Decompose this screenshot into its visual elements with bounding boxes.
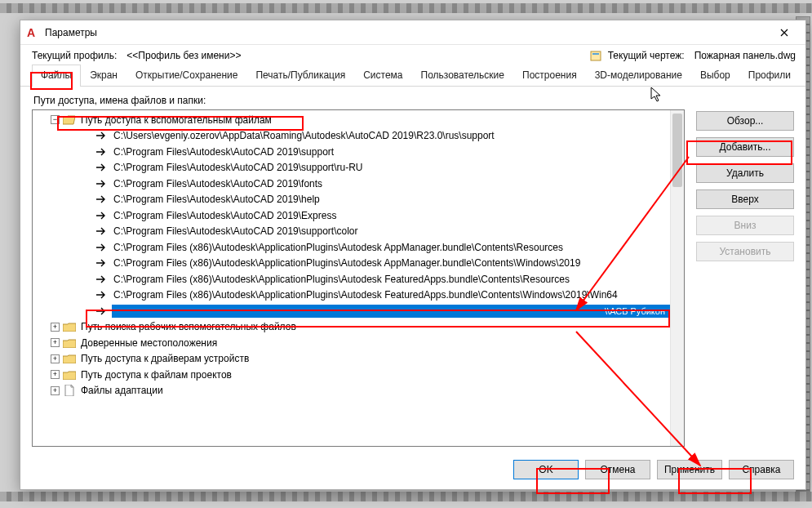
- folder-icon: [63, 337, 76, 349]
- folder-icon: [63, 369, 76, 381]
- tree-path-label: C:\Program Files\Autodesk\AutoCAD 2019\f…: [112, 177, 324, 190]
- tree-path-item[interactable]: C:\Program Files (x86)\Autodesk\Applicat…: [33, 271, 670, 287]
- tree-folder-label: Путь доступа к драйверам устройств: [79, 352, 251, 365]
- tree-path-label: C:\Program Files\Autodesk\AutoCAD 2019\s…: [112, 225, 359, 238]
- tree-path-label: C:\Program Files (x86)\Autodesk\Applicat…: [112, 273, 571, 286]
- arrow-icon: [95, 210, 109, 221]
- expand-icon[interactable]: +: [51, 338, 60, 347]
- tree-root-support-path[interactable]: − Путь доступа к вспомогательным файлам: [33, 112, 670, 128]
- tree-path-label: C:\Program Files (x86)\Autodesk\Applicat…: [112, 241, 565, 254]
- tree-path-label: C:\Program Files\Autodesk\AutoCAD 2019\s…: [112, 161, 364, 174]
- folder-open-icon: [63, 114, 76, 126]
- tree-path-item[interactable]: C:\Program Files (x86)\Autodesk\Applicat…: [33, 256, 670, 272]
- tree-folder-label: Путь доступа к файлам проектов: [79, 368, 233, 381]
- tree-scrollbar[interactable]: [670, 110, 684, 446]
- tree-path-item[interactable]: C:\Program Files\Autodesk\AutoCAD 2019\E…: [33, 207, 670, 224]
- tree-path-item[interactable]: C:\Program Files\Autodesk\AutoCAD 2019\s…: [33, 144, 670, 160]
- collapse-icon[interactable]: −: [51, 115, 60, 124]
- tab-3d[interactable]: 3D-моделирование: [586, 65, 691, 86]
- tree-folder-item[interactable]: + Путь доступа к драйверам устройств: [33, 351, 670, 368]
- expand-icon[interactable]: +: [51, 323, 60, 332]
- delete-button[interactable]: Удалить: [696, 163, 794, 183]
- drawing-label: Текущий чертеж:: [608, 50, 685, 61]
- window-title: Параметры: [45, 27, 768, 38]
- app-icon: A: [27, 26, 40, 39]
- document-icon: [63, 385, 76, 396]
- arrow-icon: [95, 146, 109, 158]
- tree-view[interactable]: − Путь доступа к вспомогательным файлам …: [32, 109, 685, 447]
- arrow-icon: [95, 178, 109, 189]
- svg-rect-0: [591, 51, 601, 60]
- tree-path-label: C:\Program Files\Autodesk\AutoCAD 2019\s…: [112, 145, 335, 158]
- help-button[interactable]: Справка: [729, 460, 794, 479]
- arrow-icon: [95, 162, 109, 173]
- profile-label: Текущий профиль:: [32, 50, 117, 61]
- tree-path-item[interactable]: C:\Program Files\Autodesk\AutoCAD 2019\s…: [33, 224, 670, 240]
- tab-files[interactable]: Файлы: [32, 65, 81, 86]
- tree-path-label: C:\Program Files\Autodesk\AutoCAD 2019\h…: [112, 193, 322, 206]
- profile-value: <<Профиль без имени>>: [126, 50, 241, 61]
- expand-icon[interactable]: +: [51, 386, 60, 395]
- tab-open-save[interactable]: Открытие/Сохранение: [126, 65, 246, 86]
- tab-profiles[interactable]: Профили: [739, 65, 800, 86]
- up-button[interactable]: Вверх: [696, 189, 794, 209]
- scrollbar-thumb[interactable]: [672, 114, 682, 187]
- tab-selection[interactable]: Выбор: [691, 65, 739, 86]
- dwg-icon: [590, 50, 601, 61]
- tree-path-item[interactable]: C:\Program Files\Autodesk\AutoCAD 2019\s…: [33, 160, 670, 176]
- arrow-icon: [95, 305, 109, 317]
- tree-folder-label: Путь поиска рабочих вспомогательных файл…: [79, 320, 298, 333]
- arrow-icon: [95, 289, 109, 301]
- set-button[interactable]: Установить: [696, 242, 794, 261]
- side-buttons: Обзор... Добавить... Удалить Вверх Вниз …: [696, 109, 794, 447]
- cursor-icon: [650, 87, 663, 105]
- options-dialog: A Параметры Текущий профиль: <<Профиль б…: [20, 20, 806, 490]
- selected-path-text: \\АСБ Рубикон: [112, 305, 670, 318]
- tabs: Файлы Экран Открытие/Сохранение Печать/П…: [20, 65, 805, 87]
- arrow-icon: [95, 225, 109, 237]
- arrow-icon: [95, 274, 109, 285]
- tree-folder-item[interactable]: + Путь поиска рабочих вспомогательных фа…: [33, 319, 670, 336]
- tree-path-label: C:\Users\evgeniy.ozerov\AppData\Roaming\…: [112, 129, 496, 142]
- tree-path-label: C:\Program Files\Autodesk\AutoCAD 2019\E…: [112, 209, 338, 222]
- tab-display[interactable]: Экран: [81, 65, 126, 86]
- close-icon: [780, 29, 788, 37]
- folder-icon: [63, 321, 76, 332]
- apply-button[interactable]: Применить: [657, 460, 722, 479]
- tab-system[interactable]: Система: [354, 65, 411, 86]
- section-label: Пути доступа, имена файлов и папки:: [20, 87, 805, 109]
- tab-user[interactable]: Пользовательские: [412, 65, 514, 86]
- tab-plot[interactable]: Печать/Публикация: [246, 65, 354, 86]
- arrow-icon: [95, 242, 109, 253]
- drawing-value: Пожарная панель.dwg: [694, 50, 796, 61]
- tree-path-item[interactable]: C:\Program Files\Autodesk\AutoCAD 2019\f…: [33, 176, 670, 192]
- tree-path-item[interactable]: C:\Program Files (x86)\Autodesk\Applicat…: [33, 239, 670, 256]
- cancel-button[interactable]: Отмена: [585, 460, 650, 479]
- tree-path-selected[interactable]: \\АСБ Рубикон: [33, 303, 670, 319]
- folder-icon: [63, 353, 76, 364]
- titlebar: A Параметры: [20, 20, 805, 45]
- tree-folder-label: Доверенные местоположения: [79, 336, 219, 350]
- header-row: Текущий профиль: <<Профиль без имени>> Т…: [20, 45, 805, 65]
- svg-rect-1: [592, 53, 599, 55]
- down-button[interactable]: Вниз: [696, 216, 794, 235]
- arrow-icon: [95, 194, 109, 205]
- tree-folder-label: Файлы адаптации: [79, 384, 165, 397]
- expand-icon[interactable]: +: [51, 370, 60, 379]
- ok-button[interactable]: OK: [513, 460, 579, 479]
- tree-folder-item[interactable]: + Доверенные местоположения: [33, 335, 670, 351]
- browse-button[interactable]: Обзор...: [696, 111, 794, 131]
- arrow-icon: [95, 257, 109, 269]
- tree-path-label: C:\Program Files (x86)\Autodesk\Applicat…: [112, 256, 582, 270]
- expand-icon[interactable]: +: [51, 354, 60, 363]
- tree-folder-item[interactable]: + Файлы адаптации: [33, 383, 670, 399]
- close-button[interactable]: [768, 21, 801, 44]
- bottom-buttons: OK Отмена Применить Справка: [20, 447, 805, 489]
- add-button[interactable]: Добавить...: [696, 137, 794, 157]
- tree-path-item[interactable]: C:\Program Files (x86)\Autodesk\Applicat…: [33, 287, 670, 304]
- tab-drafting[interactable]: Построения: [513, 65, 586, 86]
- tree-path-label: C:\Program Files (x86)\Autodesk\Applicat…: [112, 288, 619, 301]
- tree-path-item[interactable]: C:\Program Files\Autodesk\AutoCAD 2019\h…: [33, 192, 670, 208]
- tree-folder-item[interactable]: + Путь доступа к файлам проектов: [33, 367, 670, 383]
- tree-path-item[interactable]: C:\Users\evgeniy.ozerov\AppData\Roaming\…: [33, 128, 670, 145]
